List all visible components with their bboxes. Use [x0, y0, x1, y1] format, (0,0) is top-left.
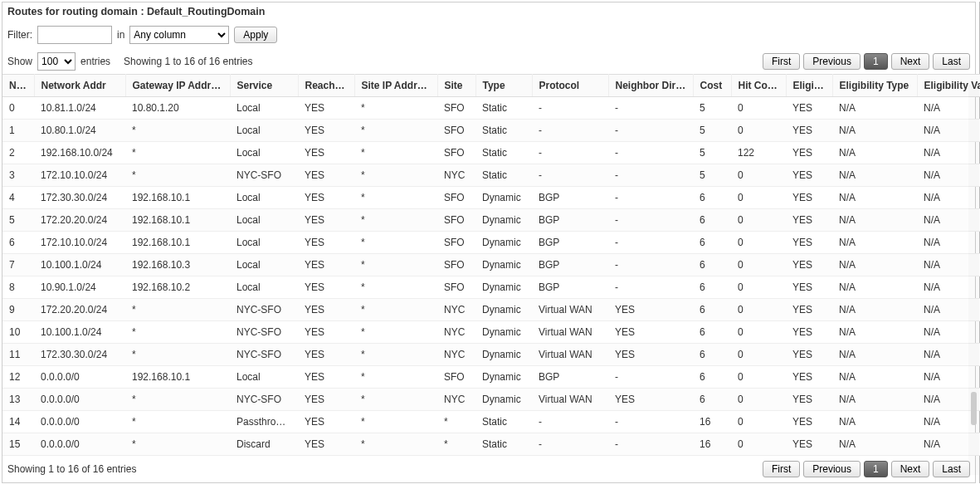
filter-input[interactable] — [37, 26, 112, 44]
table-row[interactable]: 710.100.1.0/24192.168.10.3LocalYES*SFODy… — [2, 254, 980, 276]
cell: * — [354, 209, 437, 232]
table-row[interactable]: 1010.100.1.0/24*NYC-SFOYES*NYCDynamicVir… — [2, 321, 980, 344]
routes-table: NumNetwork AddrGateway IP AddressService… — [2, 74, 980, 456]
col-header[interactable]: Site IP Address — [354, 75, 437, 97]
table-row[interactable]: 3172.10.10.0/24*NYC-SFOYES*NYCStatic--50… — [2, 164, 980, 187]
col-header[interactable]: Hit Count — [731, 75, 786, 97]
cell: NYC-SFO — [230, 299, 298, 321]
scrollbar-thumb[interactable] — [971, 392, 977, 425]
table-row[interactable]: 6172.10.10.0/24192.168.10.1LocalYES*SFOD… — [2, 232, 980, 254]
table-row[interactable]: 120.0.0.0/0192.168.10.1LocalYES*SFODynam… — [2, 366, 980, 389]
table-row[interactable]: 010.81.1.0/2410.80.1.20LocalYES*SFOStati… — [2, 97, 980, 120]
col-header[interactable]: Gateway IP Address — [125, 75, 230, 97]
table-row[interactable]: 5172.20.20.0/24192.168.10.1LocalYES*SFOD… — [2, 209, 980, 232]
cell: * — [125, 433, 230, 456]
table-row[interactable]: 140.0.0.0/0*PassthroughYES**Static--160Y… — [2, 411, 980, 433]
cell: 6 — [693, 276, 731, 299]
col-header[interactable]: Network Addr — [34, 75, 125, 97]
cell: Local — [230, 209, 298, 232]
last-button-bottom[interactable]: Last — [933, 461, 970, 477]
filter-column-select[interactable]: Any column — [129, 26, 229, 44]
first-button-bottom[interactable]: First — [763, 461, 800, 477]
cell: * — [354, 411, 437, 433]
cell: 0 — [731, 254, 786, 276]
table-row[interactable]: 4172.30.30.0/24192.168.10.1LocalYES*SFOD… — [2, 187, 980, 209]
cell: YES — [786, 276, 832, 299]
col-header[interactable]: Cost — [693, 75, 731, 97]
cell: * — [354, 389, 437, 411]
next-button-bottom[interactable]: Next — [891, 461, 930, 477]
cell: 0 — [731, 232, 786, 254]
cell: YES — [298, 164, 354, 187]
cell: SFO — [437, 276, 475, 299]
cell: * — [354, 321, 437, 344]
apply-button[interactable]: Apply — [234, 27, 277, 43]
cell: N/A — [832, 187, 917, 209]
table-row[interactable]: 9172.20.20.0/24*NYC-SFOYES*NYCDynamicVir… — [2, 299, 980, 321]
table-row[interactable]: 11172.30.30.0/24*NYC-SFOYES*NYCDynamicVi… — [2, 344, 980, 366]
cell: NYC — [437, 344, 475, 366]
cell: - — [608, 232, 693, 254]
cell: 4 — [2, 187, 34, 209]
next-button[interactable]: Next — [891, 53, 930, 70]
cell: BGP — [532, 276, 608, 299]
cell: - — [532, 142, 608, 164]
previous-button-bottom[interactable]: Previous — [803, 461, 861, 477]
cell: * — [354, 299, 437, 321]
table-row[interactable]: 810.90.1.0/24192.168.10.2LocalYES*SFODyn… — [2, 276, 980, 299]
table-row[interactable]: 150.0.0.0/0*DiscardYES**Static--160YESN/… — [2, 433, 980, 456]
cell: BGP — [532, 232, 608, 254]
cell: NYC — [437, 299, 475, 321]
cell: YES — [298, 187, 354, 209]
cell: * — [354, 164, 437, 187]
col-header[interactable]: Protocol — [532, 75, 608, 97]
cell: Virtual WAN — [532, 299, 608, 321]
cell: * — [125, 389, 230, 411]
cell: YES — [298, 142, 354, 164]
cell: - — [608, 411, 693, 433]
col-header[interactable]: Eligible — [786, 75, 832, 97]
col-header[interactable]: Reachable — [298, 75, 354, 97]
cell: * — [354, 142, 437, 164]
col-header[interactable]: Service — [230, 75, 298, 97]
col-header[interactable]: Site — [437, 75, 475, 97]
pager-top: First Previous 1 Next Last — [763, 53, 970, 70]
cell: 5 — [2, 209, 34, 232]
cell: 10 — [2, 321, 34, 344]
previous-button[interactable]: Previous — [803, 53, 861, 70]
cell: YES — [298, 120, 354, 142]
cell: 0.0.0.0/0 — [34, 411, 125, 433]
table-row[interactable]: 2192.168.10.0/24*LocalYES*SFOStatic--512… — [2, 142, 980, 164]
col-header[interactable]: Neighbor Direct — [608, 75, 693, 97]
col-header[interactable]: Num — [2, 75, 34, 97]
cell: 0 — [731, 299, 786, 321]
cell: 0 — [731, 276, 786, 299]
page-1-button-bottom[interactable]: 1 — [864, 461, 888, 477]
cell: YES — [786, 411, 832, 433]
cell: * — [354, 276, 437, 299]
cell: SFO — [437, 120, 475, 142]
col-header[interactable]: Eligibility Type — [832, 75, 917, 97]
last-button[interactable]: Last — [933, 53, 970, 70]
cell: YES — [786, 433, 832, 456]
cell: Local — [230, 142, 298, 164]
table-row[interactable]: 130.0.0.0/0*NYC-SFOYES*NYCDynamicVirtual… — [2, 389, 980, 411]
cell: YES — [298, 344, 354, 366]
table-row[interactable]: 110.80.1.0/24*LocalYES*SFOStatic--50YESN… — [2, 120, 980, 142]
cell: - — [608, 209, 693, 232]
show-entries-select[interactable]: 100 — [37, 52, 76, 71]
cell: Dynamic — [475, 389, 532, 411]
col-header[interactable]: Type — [475, 75, 532, 97]
cell: * — [354, 344, 437, 366]
first-button[interactable]: First — [763, 53, 800, 70]
cell: 6 — [693, 389, 731, 411]
cell: 6 — [693, 232, 731, 254]
cell: Dynamic — [475, 299, 532, 321]
cell: Local — [230, 120, 298, 142]
cell: 0 — [731, 187, 786, 209]
filter-in-label: in — [117, 29, 124, 41]
cell: 9 — [2, 299, 34, 321]
cell: * — [125, 411, 230, 433]
cell: 0.0.0.0/0 — [34, 389, 125, 411]
page-1-button[interactable]: 1 — [864, 53, 888, 70]
